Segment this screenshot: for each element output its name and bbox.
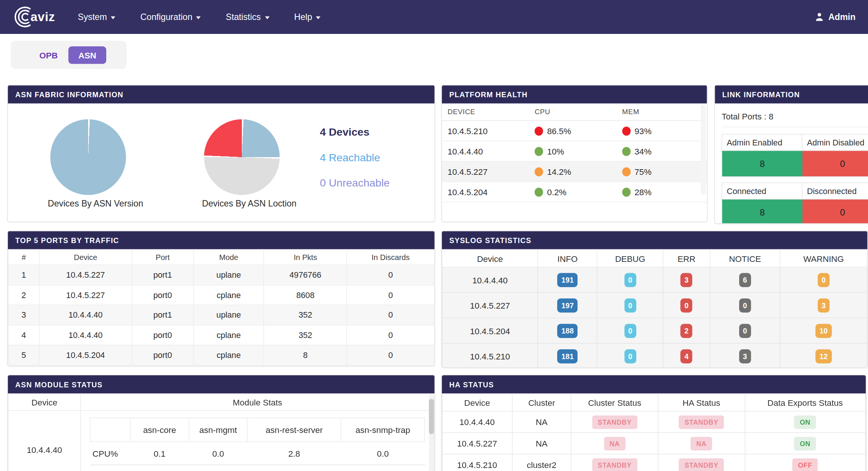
device-cell: 10.4.4.40 bbox=[442, 267, 538, 293]
total-ports-label: Total Ports : 8 bbox=[722, 110, 868, 127]
in-discards-cell: 0 bbox=[347, 265, 434, 285]
ha-status-cell: NA bbox=[658, 433, 745, 454]
status-dot bbox=[535, 187, 543, 196]
cpu-cell: 14.2% bbox=[535, 161, 622, 182]
status-dot bbox=[535, 126, 543, 135]
nav-menus: System Configuration Statistics Help bbox=[78, 12, 321, 22]
scrollbar-track[interactable] bbox=[701, 104, 706, 194]
menu-help-label: Help bbox=[294, 12, 312, 22]
table-header-row: DEVICE CPU MEM bbox=[442, 104, 707, 121]
status-dot bbox=[535, 147, 543, 156]
col-device: Device bbox=[442, 394, 512, 411]
panel-title: TOP 5 PORTS BY TRAFFIC bbox=[8, 231, 435, 249]
debug-badge: 0 bbox=[624, 349, 636, 363]
info-badge: 197 bbox=[558, 298, 578, 312]
mem-value: 34% bbox=[634, 146, 651, 156]
col-asn-rest-server: asn-rest-server bbox=[248, 418, 341, 442]
notice-cell: 0 bbox=[710, 292, 780, 318]
col-device: DEVICE bbox=[442, 104, 535, 121]
device-cell: 10.4.5.210 bbox=[442, 121, 535, 141]
cpu-cell: 86.5% bbox=[535, 121, 622, 141]
warning-badge: 3 bbox=[818, 298, 830, 312]
device-cell: 10.4.4.40 bbox=[39, 305, 131, 325]
info-badge: 181 bbox=[558, 349, 578, 363]
info-cell: 197 bbox=[538, 292, 598, 318]
col-in-discards: In Discards bbox=[347, 249, 434, 265]
col-blank bbox=[90, 418, 131, 442]
table-header-row: Device INFO DEBUG ERR NOTICE WARNING bbox=[442, 249, 867, 267]
debug-badge: 0 bbox=[624, 273, 636, 287]
index-cell: 1 bbox=[8, 265, 40, 285]
device-cell: 10.4.4.40 bbox=[8, 411, 81, 471]
col-cpu: CPU bbox=[535, 104, 622, 121]
err-cell: 0 bbox=[663, 292, 710, 318]
device-cell: 10.4.4.40 bbox=[39, 325, 131, 345]
fabric-body: Devices By ASN Version Devices By ASN Lo… bbox=[8, 104, 435, 222]
cpu-value: 14.2% bbox=[547, 167, 571, 176]
table-row: 10.4.4.40 NA STANDBY STANDBY ON bbox=[442, 411, 866, 433]
err-badge: 3 bbox=[680, 273, 692, 287]
col-device: Device bbox=[442, 249, 538, 267]
row-label: MEM% bbox=[90, 465, 131, 471]
table-row: 10.4.5.210 181 0 4 3 12 bbox=[442, 343, 867, 368]
index-cell: 5 bbox=[8, 345, 40, 365]
debug-cell: 0 bbox=[597, 318, 663, 344]
user-menu[interactable]: Admin bbox=[815, 12, 856, 22]
port-cell: port0 bbox=[132, 345, 194, 365]
debug-cell: 0 bbox=[597, 292, 663, 318]
col-device: Device bbox=[8, 394, 81, 411]
module-stats-inner-table: asn-core asn-mgmt asn-rest-server asn-sn… bbox=[90, 418, 425, 471]
col-ha-status: HA Status bbox=[658, 394, 745, 411]
warning-badge: 12 bbox=[816, 349, 832, 363]
cpu-cell: 10% bbox=[535, 141, 622, 161]
stat-value: 18.7MB bbox=[341, 465, 425, 471]
notice-badge: 0 bbox=[739, 324, 751, 338]
err-cell: 3 bbox=[663, 267, 710, 293]
view-toggle: OPB ASN bbox=[11, 41, 127, 69]
col-info: INFO bbox=[538, 249, 598, 267]
mem-cell: 34% bbox=[622, 141, 707, 161]
table-row: 10.4.5.204 0.2% 28% bbox=[442, 182, 707, 202]
row-label: CPU% bbox=[90, 442, 131, 465]
top5-table: # Device Port Mode In Pkts In Discards 1… bbox=[8, 249, 435, 365]
pie-chart-asn-version bbox=[50, 119, 126, 195]
table-row: 310.4.4.40port1uplane3520 bbox=[8, 305, 434, 325]
menu-statistics[interactable]: Statistics bbox=[226, 12, 269, 22]
cluster-status-cell: STANDBY bbox=[571, 411, 658, 433]
unreachable-count-link[interactable]: 0 Unreachable bbox=[320, 177, 390, 190]
ha-status-panel: HA STATUS Device Cluster Cluster Status … bbox=[442, 375, 866, 471]
asn-toggle-button[interactable]: ASN bbox=[69, 46, 107, 64]
col-asn-core: asn-core bbox=[130, 418, 189, 442]
menu-configuration-label: Configuration bbox=[140, 12, 192, 22]
debug-cell: 0 bbox=[597, 343, 663, 368]
in-discards-cell: 0 bbox=[347, 305, 434, 325]
reachable-count-link[interactable]: 4 Reachable bbox=[320, 151, 390, 164]
notice-badge: 6 bbox=[739, 273, 751, 287]
status-dot bbox=[622, 147, 631, 156]
asn-module-status-panel: ASN MODULE STATUS Device Module Stats 10… bbox=[8, 375, 436, 471]
menu-configuration[interactable]: Configuration bbox=[140, 12, 201, 22]
menu-statistics-label: Statistics bbox=[226, 12, 261, 22]
mem-cell: 93% bbox=[622, 121, 707, 141]
brand-text: aviz bbox=[31, 10, 55, 24]
in-pkts-cell: 8608 bbox=[264, 285, 347, 305]
table-row: 10.4.4.40 191 0 3 6 0 bbox=[442, 267, 867, 293]
port-cell: port0 bbox=[132, 285, 194, 305]
warning-badge: 10 bbox=[816, 324, 832, 338]
debug-cell: 0 bbox=[597, 267, 663, 293]
table-row: 110.4.5.227port1uplane49767660 bbox=[8, 265, 434, 285]
menu-system[interactable]: System bbox=[78, 12, 115, 22]
data-exports-cell: OFF bbox=[745, 454, 865, 471]
in-discards-cell: 0 bbox=[347, 345, 434, 365]
cpu-value: 86.5% bbox=[547, 126, 571, 136]
aviz-logo[interactable]: aviz bbox=[12, 4, 55, 30]
err-badge: 2 bbox=[680, 324, 692, 338]
menu-help[interactable]: Help bbox=[294, 12, 321, 22]
scrollbar-thumb[interactable] bbox=[429, 399, 434, 434]
warning-cell: 3 bbox=[780, 292, 867, 318]
opb-toggle-button[interactable]: OPB bbox=[31, 46, 66, 63]
device-cell: 10.4.4.40 bbox=[442, 141, 535, 161]
ha-status-cell: STANDBY bbox=[658, 411, 745, 433]
data-exports-badge: ON bbox=[794, 415, 816, 429]
notice-cell: 3 bbox=[710, 343, 780, 368]
